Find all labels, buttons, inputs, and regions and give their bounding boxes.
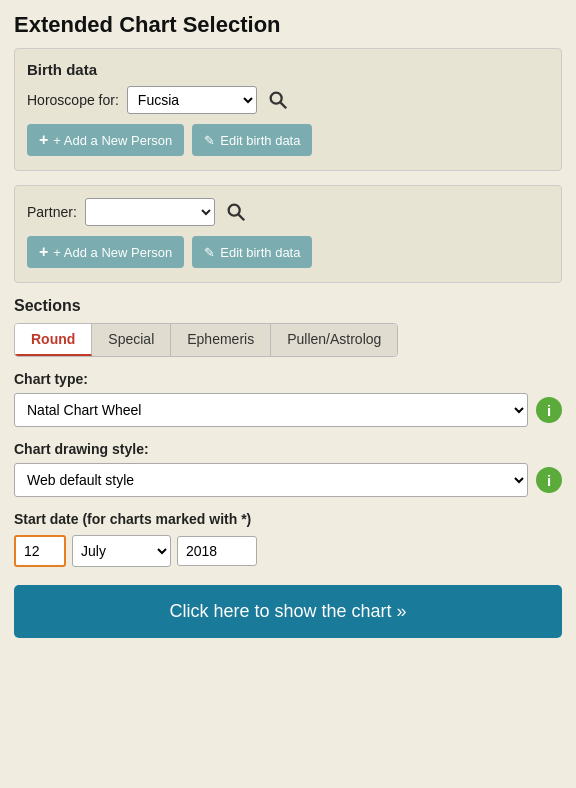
svg-line-1	[280, 103, 286, 109]
add-person-label: + Add a New Person	[53, 133, 172, 148]
edit-birth-button[interactable]: ✎ Edit birth data	[192, 124, 312, 156]
tab-pullen[interactable]: Pullen/Astrolog	[271, 324, 397, 356]
start-date-row: January February March April May June Ju…	[14, 535, 562, 567]
chart-type-info-icon[interactable]: i	[536, 397, 562, 423]
partner-actions: + + Add a New Person ✎ Edit birth data	[27, 236, 549, 268]
partner-search-icon	[225, 201, 247, 223]
start-date-label: Start date (for charts marked with *)	[14, 511, 562, 527]
svg-point-2	[228, 205, 239, 216]
horoscope-label: Horoscope for:	[27, 92, 119, 108]
start-date-month-select[interactable]: January February March April May June Ju…	[72, 535, 171, 567]
tabs-row: Round Special Ephemeris Pullen/Astrolog	[14, 323, 398, 357]
partner-add-person-label: + Add a New Person	[53, 245, 172, 260]
partner-label: Partner:	[27, 204, 77, 220]
chart-drawing-style-info-icon[interactable]: i	[536, 467, 562, 493]
partner-search-button[interactable]	[223, 199, 249, 225]
chart-type-group: Chart type: Natal Chart Wheel i	[14, 371, 562, 427]
partner-edit-birth-button[interactable]: ✎ Edit birth data	[192, 236, 312, 268]
partner-section: Partner: + + Add a New Person ✎ Edit bir…	[14, 185, 562, 283]
partner-row: Partner:	[27, 198, 549, 226]
chart-type-label: Chart type:	[14, 371, 562, 387]
sections-title: Sections	[14, 297, 562, 315]
partner-edit-birth-label: Edit birth data	[220, 245, 300, 260]
chart-type-select[interactable]: Natal Chart Wheel	[14, 393, 528, 427]
edit-birth-label: Edit birth data	[220, 133, 300, 148]
birth-data-actions: + + Add a New Person ✎ Edit birth data	[27, 124, 549, 156]
partner-edit-icon: ✎	[204, 245, 215, 260]
chart-drawing-style-group: Chart drawing style: Web default style i	[14, 441, 562, 497]
start-date-day-input[interactable]	[14, 535, 66, 567]
chart-drawing-style-select[interactable]: Web default style	[14, 463, 528, 497]
partner-select[interactable]	[85, 198, 215, 226]
horoscope-row: Horoscope for: Fucsia	[27, 86, 549, 114]
start-date-group: Start date (for charts marked with *) Ja…	[14, 511, 562, 567]
horoscope-select[interactable]: Fucsia	[127, 86, 257, 114]
svg-point-0	[270, 93, 281, 104]
chart-drawing-style-label: Chart drawing style:	[14, 441, 562, 457]
show-chart-button[interactable]: Click here to show the chart »	[14, 585, 562, 638]
edit-icon: ✎	[204, 133, 215, 148]
horoscope-search-button[interactable]	[265, 87, 291, 113]
sections-area: Sections Round Special Ephemeris Pullen/…	[14, 297, 562, 638]
add-person-button[interactable]: + + Add a New Person	[27, 124, 184, 156]
tab-ephemeris[interactable]: Ephemeris	[171, 324, 271, 356]
plus-icon: +	[39, 131, 48, 149]
chart-drawing-style-select-row: Web default style i	[14, 463, 562, 497]
search-icon	[267, 89, 289, 111]
tab-round[interactable]: Round	[15, 324, 92, 356]
page-title: Extended Chart Selection	[14, 12, 562, 38]
svg-line-3	[238, 215, 244, 221]
chart-type-select-row: Natal Chart Wheel i	[14, 393, 562, 427]
partner-add-person-button[interactable]: + + Add a New Person	[27, 236, 184, 268]
partner-plus-icon: +	[39, 243, 48, 261]
birth-data-label: Birth data	[27, 61, 549, 78]
birth-data-section: Birth data Horoscope for: Fucsia + + Add…	[14, 48, 562, 171]
start-date-year-input[interactable]	[177, 536, 257, 566]
tab-special[interactable]: Special	[92, 324, 171, 356]
